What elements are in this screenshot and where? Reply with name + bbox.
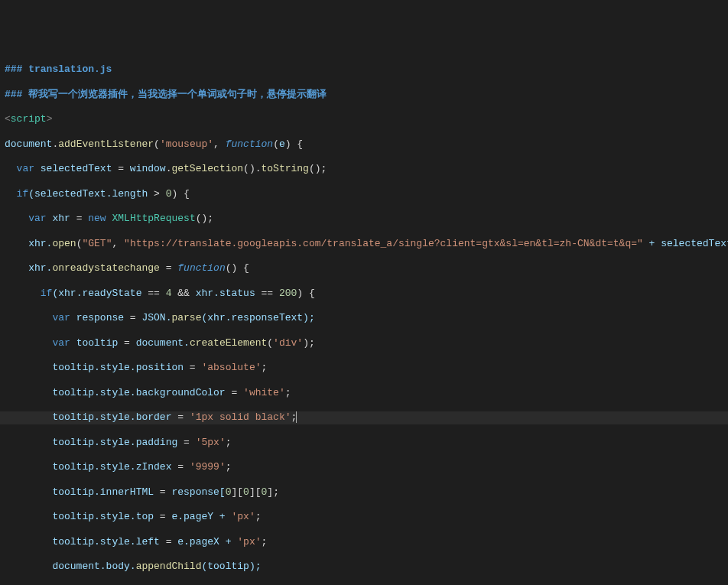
code-line: tooltip.style.padding = '5px';: [0, 437, 728, 449]
code-line: document.body.appendChild(tooltip);: [0, 561, 728, 573]
code-line: tooltip.style.backgroundColor = 'white';: [0, 387, 728, 399]
code-line: document.addEventListener('mouseup', fun…: [0, 138, 728, 151]
code-line: var tooltip = document.createElement('di…: [0, 337, 728, 349]
code-editor[interactable]: ### translation.js ### 帮我写一个浏览器插件，当我选择一个…: [0, 51, 728, 585]
code-line: xhr.open("GET", "https://translate.googl…: [0, 238, 728, 250]
code-line-active: tooltip.style.border = '1px solid black'…: [0, 411, 728, 424]
code-line: tooltip.style.top = e.pageY + 'px';: [0, 511, 728, 523]
code-line: if(xhr.readyState == 4 && xhr.status == …: [0, 288, 728, 300]
code-line: tooltip.innerHTML = response[0][0][0];: [0, 486, 728, 499]
script-open-tag: <script>: [0, 113, 728, 125]
file-header: ### translation.js: [5, 63, 112, 75]
prompt-header: ### 帮我写一个浏览器插件，当我选择一个单词或句子时，悬停提示翻译: [5, 89, 327, 100]
code-line: var response = JSON.parse(xhr.responseTe…: [0, 312, 728, 324]
code-line: xhr.onreadystatechange = function() {: [0, 262, 728, 275]
code-line: tooltip.style.zIndex = '9999';: [0, 461, 728, 473]
code-line: var xhr = new XMLHttpRequest();: [0, 213, 728, 225]
code-line: tooltip.style.position = 'absolute';: [0, 362, 728, 374]
code-line: tooltip.style.left = e.pageX + 'px';: [0, 536, 728, 548]
code-line: var selectedText = window.getSelection()…: [0, 163, 728, 175]
code-line: if(selectedText.length > 0) {: [0, 188, 728, 200]
